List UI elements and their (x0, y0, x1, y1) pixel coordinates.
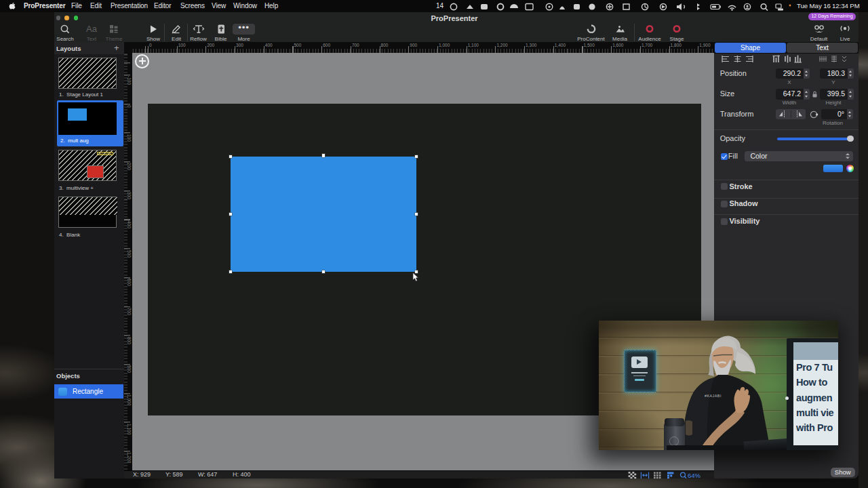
svg-text:64%: 64% (688, 472, 701, 479)
